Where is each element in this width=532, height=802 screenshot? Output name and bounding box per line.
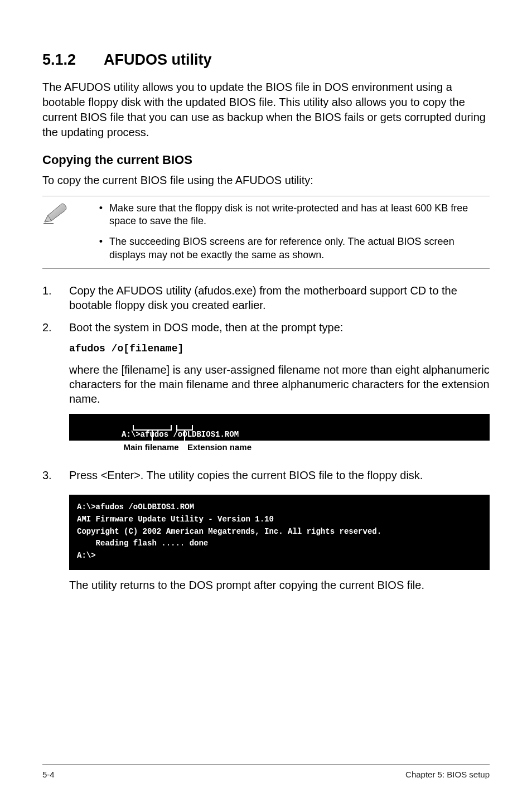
note-bullet: • The succeeding BIOS screens are for re… (93, 235, 490, 262)
terminal-block-2: A:\>afudos /oOLDBIOS1.ROM AMI Firmware U… (69, 495, 490, 569)
after-terminal-text: The utility returns to the DOS prompt af… (69, 578, 490, 592)
subheading: Copying the current BIOS (42, 152, 490, 168)
section-heading: 5.1.2AFUDOS utility (42, 50, 490, 70)
note-bullets: • Make sure that the floppy disk is not … (93, 202, 490, 263)
steps-list: 1. Copy the AFUDOS utility (afudos.exe) … (42, 283, 490, 600)
step-number: 2. (42, 320, 69, 460)
note-bullet: • Make sure that the floppy disk is not … (93, 202, 490, 228)
step-number: 1. (42, 283, 69, 312)
terminal-labels: Main filename Extension name (69, 442, 490, 453)
label-main-filename: Main filename (115, 442, 187, 453)
terminal-line: A:\>afudos /oOLDBIOS1.ROM (122, 430, 239, 439)
label-extension-name: Extension name (187, 442, 271, 453)
page-number: 5-4 (42, 769, 55, 780)
terminal-block-1: A:\>afudos /oOLDBIOS1.ROM Main filename … (69, 414, 490, 453)
bullet-dot: • (93, 235, 109, 262)
step-note: where the [filename] is any user-assigne… (69, 363, 490, 406)
step-body: Boot the system in DOS mode, then at the… (69, 320, 490, 460)
step-item: 2. Boot the system in DOS mode, then at … (42, 320, 490, 460)
section-title: AFUDOS utility (104, 51, 212, 68)
terminal-output: A:\>afudos /oOLDBIOS1.ROM AMI Firmware U… (69, 495, 490, 569)
chapter-label: Chapter 5: BIOS setup (405, 769, 490, 780)
section-number: 5.1.2 (42, 50, 104, 70)
step-text: Press <Enter>. The utility copies the cu… (69, 468, 490, 482)
step-text: Copy the AFUDOS utility (afudos.exe) fro… (69, 283, 490, 312)
note-icon-cell (42, 202, 93, 263)
step-item: 1. Copy the AFUDOS utility (afudos.exe) … (42, 283, 490, 312)
step-body: Press <Enter>. The utility copies the cu… (69, 468, 490, 600)
page-footer: 5-4 Chapter 5: BIOS setup (42, 764, 490, 780)
terminal-output: A:\>afudos /oOLDBIOS1.ROM (69, 414, 490, 441)
intro-paragraph: The AFUDOS utility allows you to update … (42, 80, 490, 140)
pointer-line-icon (152, 431, 153, 441)
bracket-ext-icon (176, 425, 193, 431)
pointer-line-icon (184, 431, 185, 441)
note-callout: • Make sure that the floppy disk is not … (42, 196, 490, 269)
bullet-dot: • (93, 202, 109, 228)
code-command: afudos /o[filename] (69, 342, 490, 355)
step-text: Boot the system in DOS mode, then at the… (69, 320, 490, 335)
step-number: 3. (42, 468, 69, 600)
bracket-main-icon (133, 425, 172, 431)
note-text: Make sure that the floppy disk is not wr… (109, 202, 490, 228)
pencil-icon (42, 203, 68, 225)
note-text: The succeeding BIOS screens are for refe… (109, 235, 490, 262)
sub-intro: To copy the current BIOS file using the … (42, 173, 490, 188)
